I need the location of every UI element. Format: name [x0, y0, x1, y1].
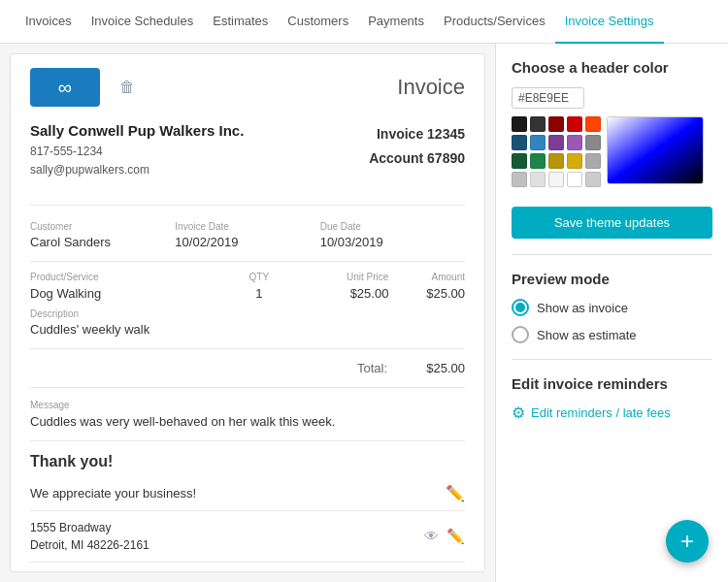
show-estimate-label: Show as estimate [537, 328, 637, 342]
main-layout: ∞ 🗑 Invoice Sally Conwell Pup Walkers In… [0, 44, 728, 582]
message-label: Message [30, 400, 465, 410]
due-date-field: Due Date 10/03/2019 [320, 221, 465, 249]
nav-invoice-settings[interactable]: Invoice Settings [555, 0, 664, 44]
color-swatches [512, 116, 601, 187]
right-panel: Choose a header color [495, 44, 728, 582]
thank-you-section: Thank you! We appreciate your business! … [30, 453, 465, 572]
swatch-white[interactable] [567, 172, 582, 187]
company-name: Sally Conwell Pup Walkers Inc. [30, 122, 244, 139]
invoice-radio-fill [515, 303, 525, 312]
swatch-yellow[interactable] [567, 153, 582, 169]
swatch-red[interactable] [567, 116, 582, 132]
top-nav: Invoices Invoice Schedules Estimates Cus… [0, 0, 728, 44]
swatch-purple[interactable] [567, 135, 582, 150]
invoice-radio[interactable] [512, 299, 529, 316]
account-number: Account 67890 [369, 146, 465, 171]
invoice-date-field: Invoice Date 10/02/2019 [175, 221, 319, 249]
product-service-header: Product/Service [30, 272, 220, 282]
swatch-lightgray[interactable] [585, 153, 601, 169]
nav-estimates[interactable]: Estimates [203, 0, 278, 44]
swatch-orange[interactable] [585, 116, 601, 132]
total-value: $25.00 [407, 361, 465, 375]
divider-1 [512, 254, 712, 255]
gear-icon: ⚙ [512, 404, 525, 422]
swatch-gainsboro[interactable] [585, 172, 601, 187]
swatch-blue[interactable] [530, 135, 546, 150]
amount-header: Amount [388, 272, 465, 282]
swatch-silver[interactable] [512, 172, 527, 187]
logo-infinity-icon: ∞ [58, 77, 72, 99]
nav-invoice-schedules[interactable]: Invoice Schedules [82, 0, 204, 44]
footer-logo-row: ∞ autobooks [30, 563, 465, 572]
company-logo: ∞ [30, 68, 100, 107]
fab-button[interactable]: + [666, 520, 709, 563]
description-label: Description [30, 308, 465, 319]
swatch-darkyellow[interactable] [548, 153, 564, 169]
edit-address-icon[interactable]: ✏️ [447, 528, 465, 545]
estimate-radio[interactable] [512, 326, 529, 343]
preview-mode-title: Preview mode [512, 271, 712, 287]
show-as-invoice-option[interactable]: Show as invoice [512, 299, 712, 316]
color-picker-row [512, 116, 712, 187]
thank-you-heading: Thank you! [30, 453, 465, 470]
footer-autobooks-logo: ∞ autobooks [359, 570, 465, 572]
edit-reminders-link[interactable]: ⚙ Edit reminders / late fees [512, 404, 712, 422]
swatch-black[interactable] [512, 116, 527, 132]
footer-infinity-icon: ∞ [359, 570, 379, 572]
product-unit-price: $25.00 [297, 286, 388, 301]
product-data-row: Dog Walking 1 $25.00 $25.00 [30, 286, 465, 301]
message-section: Message Cuddles was very well-behaved on… [30, 400, 465, 441]
show-invoice-label: Show as invoice [537, 301, 628, 315]
customer-label: Customer [30, 221, 175, 232]
invoice-date-value: 10/02/2019 [175, 235, 319, 249]
save-theme-button[interactable]: Save theme updates [512, 207, 712, 239]
unit-price-header: Unit Price [297, 272, 388, 282]
product-header-row: Product/Service QTY Unit Price Amount [30, 272, 465, 282]
address-text: 1555 Broadway Detroit, MI 48226-2161 [30, 519, 149, 554]
product-amount: $25.00 [388, 286, 465, 301]
swatch-green[interactable] [530, 153, 546, 169]
gradient-picker[interactable] [607, 116, 704, 184]
appreciate-text: We appreciate your business! [30, 486, 196, 501]
swatch-gray[interactable] [585, 135, 601, 150]
nav-customers[interactable]: Customers [278, 0, 358, 44]
nav-products-services[interactable]: Products/Services [434, 0, 555, 44]
customer-field: Customer Carol Sanders [30, 221, 175, 249]
due-date-value: 10/03/2019 [320, 235, 465, 249]
address-row: 1555 Broadway Detroit, MI 48226-2161 👁 ✏… [30, 511, 465, 563]
product-name: Dog Walking [30, 286, 220, 301]
total-label: Total: [357, 361, 387, 375]
edit-appreciate-icon[interactable]: ✏️ [446, 484, 465, 502]
qty-header: QTY [220, 272, 297, 282]
delete-icon[interactable]: 🗑 [119, 79, 135, 96]
nav-payments[interactable]: Payments [358, 0, 434, 44]
edit-reminders-label: Edit reminders / late fees [531, 405, 671, 420]
invoice-numbers: Invoice 12345 Account 67890 [369, 122, 465, 171]
divider-2 [512, 359, 712, 360]
hex-input[interactable] [512, 87, 584, 109]
due-date-label: Due Date [320, 221, 465, 232]
invoice-header-bar: ∞ 🗑 Invoice [30, 68, 465, 107]
eye-icon[interactable]: 👁 [424, 528, 439, 545]
description-section: Description Cuddles' weekly walk [30, 308, 465, 349]
show-as-estimate-option[interactable]: Show as estimate [512, 326, 712, 343]
swatch-verylight[interactable] [530, 172, 546, 187]
customer-value: Carol Sanders [30, 235, 175, 249]
color-picker-area [512, 87, 712, 187]
address-line2: Detroit, MI 48226-2161 [30, 536, 149, 554]
nav-invoices[interactable]: Invoices [16, 0, 82, 44]
product-qty: 1 [220, 286, 297, 301]
address-action-icons: 👁 ✏️ [424, 528, 465, 545]
appreciate-row: We appreciate your business! ✏️ [30, 476, 465, 511]
swatch-darkpurple[interactable] [548, 135, 564, 150]
invoice-panel: ∞ 🗑 Invoice Sally Conwell Pup Walkers In… [10, 53, 485, 572]
header-color-title: Choose a header color [512, 59, 712, 76]
invoice-fields-row: Customer Carol Sanders Invoice Date 10/0… [30, 221, 465, 262]
swatch-darkred[interactable] [548, 116, 564, 132]
swatch-darkgreen[interactable] [512, 153, 527, 169]
swatch-darkblue[interactable] [512, 135, 527, 150]
swatch-darkgray[interactable] [530, 116, 546, 132]
company-row: Sally Conwell Pup Walkers Inc. 817-555-1… [30, 122, 465, 206]
swatch-nearlyw[interactable] [548, 172, 564, 187]
invoice-date-label: Invoice Date [175, 221, 319, 232]
